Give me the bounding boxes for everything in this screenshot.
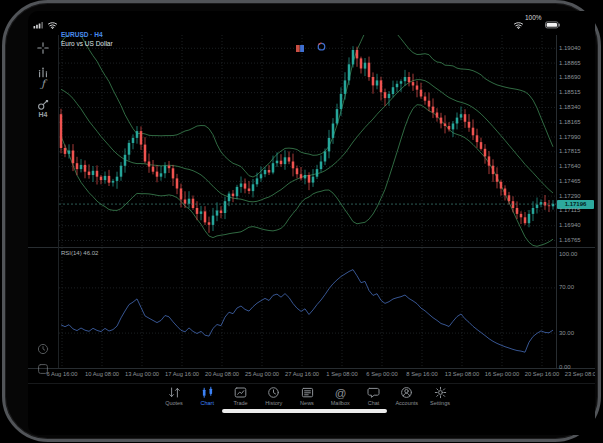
time-axis-label: 10 Aug 08:00 [80, 371, 124, 377]
nav-item-label: Accounts [390, 400, 424, 406]
nav-item-label: Quotes [157, 400, 191, 406]
nav-item-mailbox[interactable]: @Mailbox [323, 386, 357, 406]
price-axis-label: 1.18865 [559, 60, 581, 67]
price-axis-label: 1.18165 [559, 119, 581, 126]
chart-icon [200, 386, 215, 399]
time-axis-label: 1 Sep 08:00 [320, 371, 364, 377]
toolbar-timeframe-button[interactable]: H4 [28, 111, 58, 118]
price-axis-label: 1.18340 [559, 104, 581, 111]
price-axis-label: 1.17640 [559, 163, 581, 170]
nav-item-trade[interactable]: Trade [224, 386, 258, 406]
settings-icon [433, 386, 448, 399]
toolbar-function-icon[interactable]: ƒ [28, 78, 58, 89]
price-axis-label: 1.16940 [559, 222, 581, 229]
price-axis-label: 1.17990 [559, 134, 581, 141]
rsi-scale-label: 30.00 [559, 330, 574, 337]
time-axis-label: 6 Sep 00:00 [360, 371, 404, 377]
rsi-indicator-label: RSI(14) 46.02 [61, 250, 98, 256]
price-axis-label: 1.17115 [559, 207, 580, 214]
time-axis-label: 8 Sep 16:00 [400, 371, 444, 377]
screenshot-stage: 100% EURUSD · H4 Euro vs US Dollar [0, 0, 603, 443]
time-axis-label: 27 Aug 16:00 [280, 371, 324, 377]
symbol-description: Euro vs US Dollar [61, 40, 113, 47]
toolbar-clock-icon[interactable] [37, 341, 49, 359]
history-icon [266, 386, 281, 399]
price-axis-label: 1.16765 [559, 237, 581, 244]
nav-item-settings[interactable]: Settings [423, 386, 457, 406]
price-axis-label: 1.18515 [559, 89, 581, 96]
nav-item-label: Trade [224, 400, 258, 406]
time-axis-label: 23 Sep 08:00 [560, 371, 595, 377]
nav-item-chart[interactable]: Chart [190, 386, 224, 406]
accounts-icon [399, 386, 414, 399]
nav-item-label: History [257, 400, 291, 406]
time-axis-label: 17 Aug 16:00 [160, 371, 204, 377]
nav-item-chat[interactable]: Chat [357, 386, 391, 406]
rsi-scale-label: 70.00 [559, 284, 574, 291]
time-axis-label: 13 Sep 08:00 [440, 371, 484, 377]
tablet-frame: 100% EURUSD · H4 Euro vs US Dollar [2, 0, 601, 442]
bottom-navigation: QuotesChartTradeHistoryNews@MailboxChatA… [28, 384, 595, 411]
nav-item-history[interactable]: History [257, 386, 291, 406]
nav-item-quotes[interactable]: Quotes [157, 386, 191, 406]
chat-icon [366, 386, 381, 399]
time-axis-label: 16 Sep 00:00 [480, 371, 524, 377]
price-axis-label: 1.18690 [559, 74, 581, 81]
toolbar-crosshair-icon[interactable] [37, 40, 49, 58]
price-axis-label: 1.17290 [559, 193, 581, 200]
symbol-title: EURUSD · H4 [61, 31, 103, 38]
time-axis-label: 20 Sep 16:00 [520, 371, 564, 377]
price-axis-label: 1.19040 [559, 45, 581, 52]
time-axis-label: 13 Aug 00:00 [120, 371, 164, 377]
flag-icon[interactable] [296, 38, 304, 56]
news-icon [300, 386, 315, 399]
trade-icon [233, 386, 248, 399]
time-axis-label: 20 Aug 08:00 [200, 371, 244, 377]
nav-item-label: Chart [190, 400, 224, 406]
nav-item-news[interactable]: News [290, 386, 324, 406]
price-axis-label: 1.17465 [559, 178, 581, 185]
chart-area[interactable] [28, 25, 595, 415]
nav-item-label: News [290, 400, 324, 406]
price-axis-label: 1.17815 [559, 148, 581, 155]
time-axis-label: 6 Aug 16:00 [40, 371, 84, 377]
nav-item-label: Chat [357, 400, 391, 406]
battery-percentage: 100% [525, 14, 542, 21]
rsi-scale-label: 100.00 [559, 251, 577, 258]
rsi-scale-label: 0.00 [559, 364, 571, 371]
home-indicator[interactable] [222, 409, 387, 413]
nav-item-label: Mailbox [323, 400, 357, 406]
tablet-screen: 100% EURUSD · H4 Euro vs US Dollar [28, 11, 595, 435]
time-axis-label: 25 Aug 00:00 [240, 371, 284, 377]
nav-item-accounts[interactable]: Accounts [390, 386, 424, 406]
timer-icon[interactable] [317, 37, 326, 55]
quotes-icon [167, 386, 182, 399]
mailbox-icon: @ [333, 386, 348, 399]
nav-item-label: Settings [423, 400, 457, 406]
svg-text:@: @ [334, 387, 346, 399]
